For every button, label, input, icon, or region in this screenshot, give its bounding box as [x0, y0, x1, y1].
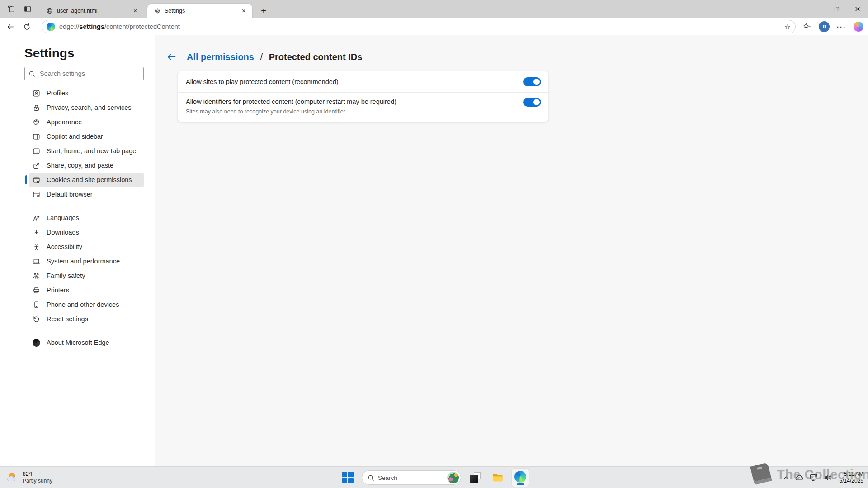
toggle-play-protected[interactable] — [523, 77, 541, 86]
browser-toolbar: edge://settings/content/protectedContent… — [0, 18, 868, 35]
sidebar-item-family-safety[interactable]: Family safety — [29, 268, 144, 283]
divider — [39, 5, 39, 13]
sidebar-item-appearance[interactable]: Appearance — [29, 115, 144, 129]
settings-search-box[interactable] — [24, 67, 144, 80]
system-tray: 5:11 AM 6/14/2025 — [783, 467, 866, 488]
page-title: Protected content IDs — [269, 52, 363, 62]
gear-icon — [154, 7, 161, 14]
site-edge-icon — [47, 23, 55, 31]
sidebar-item-share-copy-paste[interactable]: Share, copy, and paste — [29, 158, 144, 173]
settings-content: All permissions / Protected content IDs … — [155, 35, 868, 466]
settings-search-input[interactable] — [39, 70, 140, 78]
palette-icon — [33, 118, 40, 126]
close-window-button[interactable] — [847, 0, 868, 18]
refresh-button[interactable] — [20, 20, 33, 33]
sidebar-item-default-browser[interactable]: Default browser — [29, 187, 144, 202]
sidebar-item-reset-settings[interactable]: Reset settings — [29, 312, 144, 326]
nav-group-gap — [0, 326, 155, 335]
breadcrumb-all-permissions-link[interactable]: All permissions — [187, 52, 254, 62]
new-tab-button[interactable]: + — [257, 4, 270, 18]
sidebar-item-about-edge[interactable]: About Microsoft Edge — [29, 335, 144, 350]
tab-strip: user_agent.html × Settings × + — [0, 0, 868, 18]
weather-temperature: 82°F — [23, 471, 52, 478]
tab-user-agent[interactable]: user_agent.html × — [40, 4, 144, 18]
lock-icon — [33, 104, 40, 112]
sidebar-item-downloads[interactable]: Downloads — [29, 225, 144, 239]
taskbar-search-placeholder: Search — [378, 474, 443, 481]
tab-settings[interactable]: Settings × — [147, 4, 252, 18]
add-favorite-icon[interactable]: ☆ — [784, 23, 791, 31]
taskbar-edge-app[interactable] — [512, 469, 529, 487]
tab-close-icon[interactable]: × — [131, 7, 139, 15]
reset-icon — [33, 315, 40, 323]
url-text: edge://settings/content/protectedContent — [59, 23, 180, 30]
setting-row-play-protected: Allow sites to play protected content (r… — [178, 71, 548, 93]
sidebar-item-privacy[interactable]: Privacy, search, and services — [29, 100, 144, 115]
tray-onedrive-cloud-icon[interactable] — [794, 473, 804, 483]
laptop-icon — [33, 258, 40, 265]
sidebar-item-copilot-sidebar[interactable]: Copilot and sidebar — [29, 129, 144, 144]
taskbar-clock[interactable]: 5:11 AM 6/14/2025 — [840, 471, 863, 484]
weather-icon — [5, 471, 19, 484]
toggle-identifiers[interactable] — [523, 98, 541, 107]
minimize-button[interactable] — [806, 0, 826, 18]
start-button[interactable] — [339, 469, 356, 487]
sidebar-item-profiles[interactable]: Profiles — [29, 86, 144, 100]
setting-label: Allow identifiers for protected content … — [186, 98, 540, 105]
sidebar-item-printers[interactable]: Printers — [29, 283, 144, 297]
sidebar-item-cookies-permissions[interactable]: Cookies and site permissions — [29, 173, 144, 187]
tray-display-language-icon[interactable] — [809, 473, 819, 483]
sidebar-item-phone-devices[interactable]: Phone and other devices — [29, 297, 144, 312]
settings-more-icon[interactable]: ··· — [837, 23, 846, 31]
settings-nav: Profiles Privacy, search, and services A… — [0, 86, 155, 350]
edge-logo-icon — [514, 471, 526, 483]
nav-group-gap — [0, 202, 155, 211]
taskbar-app-dark-window[interactable] — [467, 469, 484, 487]
setting-row-identifiers: Allow identifiers for protected content … — [178, 93, 548, 122]
home-icon — [33, 147, 40, 155]
toggle-knob — [533, 79, 540, 85]
clock-time: 5:11 AM — [844, 471, 863, 478]
workspaces-icon[interactable] — [5, 2, 18, 16]
sidebar-item-start-home[interactable]: Start, home, and new tab page — [29, 144, 144, 158]
edge-logo-icon — [33, 339, 40, 347]
tab-actions-icon[interactable] — [21, 2, 34, 16]
download-icon — [33, 229, 40, 236]
search-highlight-image[interactable] — [447, 472, 459, 483]
taskbar-search-box[interactable]: Search — [362, 470, 461, 485]
tab-close-icon[interactable]: × — [240, 7, 248, 15]
sidebar-item-system-performance[interactable]: System and performance — [29, 254, 144, 268]
toggle-knob — [533, 99, 540, 105]
setting-description: Sites may also need to recognize your de… — [186, 108, 540, 115]
taskbar-weather-widget[interactable]: 82°F Partly sunny — [5, 467, 52, 488]
copilot-icon[interactable] — [854, 22, 863, 32]
setting-label: Allow sites to play protected content (r… — [186, 78, 339, 85]
search-icon — [28, 70, 35, 77]
protected-content-card: Allow sites to play protected content (r… — [178, 71, 548, 122]
app-window-icon — [470, 472, 481, 483]
search-icon — [368, 474, 374, 481]
breadcrumb-back-icon[interactable] — [165, 50, 179, 64]
tray-volume-icon[interactable] — [823, 473, 833, 483]
share-icon — [33, 162, 40, 169]
family-icon — [33, 272, 40, 280]
active-app-indicator — [517, 483, 524, 485]
cookies-icon — [33, 176, 40, 184]
tab-title: user_agent.html — [57, 8, 131, 14]
restore-button[interactable] — [826, 0, 847, 18]
windows-taskbar: 82°F Partly sunny Search — [0, 466, 868, 488]
language-icon — [33, 214, 40, 222]
tab-title: Settings — [165, 8, 240, 14]
address-bar[interactable]: edge://settings/content/protectedContent… — [42, 20, 796, 33]
collections-extension-icon[interactable] — [819, 21, 830, 32]
tray-chevron-up-icon[interactable] — [783, 474, 790, 481]
sidebar-item-languages[interactable]: Languages — [29, 211, 144, 225]
accessibility-icon — [33, 243, 40, 251]
windows-logo-icon — [342, 472, 354, 483]
favorites-list-icon[interactable] — [802, 22, 811, 31]
sidebar-item-accessibility[interactable]: Accessibility — [29, 239, 144, 254]
taskbar-file-explorer[interactable] — [489, 469, 506, 487]
browser-check-icon — [33, 191, 40, 198]
back-button[interactable] — [4, 20, 17, 33]
sidebar-icon — [33, 133, 40, 141]
